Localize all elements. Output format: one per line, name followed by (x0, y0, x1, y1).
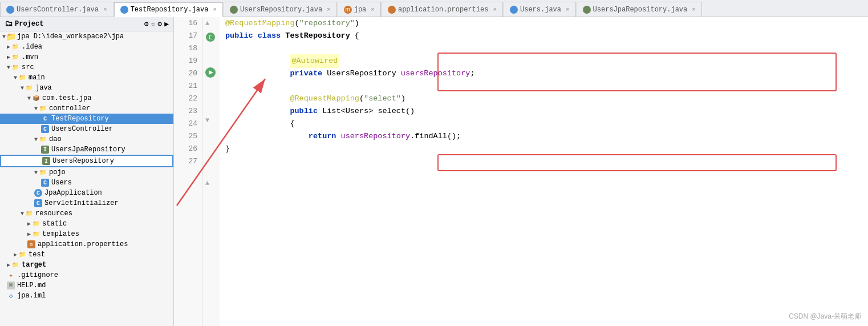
token-16-1: @RequestMapping (225, 17, 295, 30)
servlet-init-label: ServletInitializer (44, 199, 119, 207)
run-icon[interactable]: ▶ (164, 19, 169, 29)
idea-folder-icon: 📁 (11, 43, 19, 51)
tab-label-test-repository: TestRepository.java (131, 6, 209, 14)
code-line-18 (225, 42, 862, 55)
tree-item-static[interactable]: ▶ 📁 static (0, 219, 173, 229)
tab-label-users-jpa: UsersJpaRepository.java (593, 6, 688, 14)
line-num-17: 17 (179, 30, 197, 42)
tab-close-users-controller[interactable]: × (103, 6, 107, 13)
tree-item-java[interactable]: ▼ 📁 java (0, 83, 173, 93)
tree-item-target[interactable]: ▶ 📁 target (0, 260, 173, 270)
arrow-test: ▶ (14, 251, 17, 258)
help-md-label: HELP.md (17, 281, 46, 289)
mvn-label: .mvn (22, 53, 38, 61)
token-23-users: Users (346, 105, 369, 118)
tab-jpa[interactable]: m jpa × (338, 2, 381, 17)
tree-item-users-controller[interactable]: C UsersController (0, 124, 173, 134)
src-label: src (22, 63, 34, 71)
tree-item-help-md[interactable]: M HELP.md (0, 280, 173, 291)
code-line-27 (225, 155, 862, 168)
token-17-4: { (355, 30, 359, 42)
tree-item-src[interactable]: ▼ 📁 src (0, 62, 173, 73)
code-line-16: @RequestMapping("repository") (225, 17, 862, 30)
main-label: main (29, 74, 45, 82)
arrow-dao: ▼ (34, 136, 38, 143)
token-20-var: usersRepository (401, 67, 470, 80)
tab-icon-users (510, 6, 518, 14)
tree-item-jpa-application[interactable]: C JpaApplication (0, 188, 173, 198)
gutter-arrow-icon-20[interactable] (204, 66, 217, 81)
tree-item-templates[interactable]: ▶ 📁 templates (0, 229, 173, 239)
gutter-icon-16[interactable]: ▲ (205, 19, 209, 27)
users-class-icon: C (41, 179, 49, 187)
tab-close-jpa[interactable]: × (371, 6, 375, 13)
tree-item-servlet-init[interactable]: C ServletInitializer (0, 198, 173, 208)
pojo-folder-icon: 📁 (39, 168, 47, 176)
code-line-22: @RequestMapping("select") (225, 92, 862, 105)
tree-item-pojo[interactable]: ▼ 📁 pojo (0, 167, 173, 178)
tree-item-users-jpa-repo[interactable]: I UsersJpaRepository (0, 144, 173, 155)
token-17-2: class (258, 30, 286, 42)
token-20-private: private (290, 67, 327, 80)
tree-item-idea[interactable]: ▶ 📁 .idea (0, 42, 173, 52)
tree-item-main[interactable]: ▼ 📁 main (0, 73, 173, 83)
com-test-jpa-label: com.test.jpa (42, 94, 91, 102)
svg-text:C: C (209, 34, 213, 41)
tree-item-dao[interactable]: ▼ 📁 dao (0, 134, 173, 144)
users-jpa-repo-icon: I (41, 146, 49, 154)
tab-users-repository[interactable]: UsersRepository.java × (224, 2, 337, 17)
code-area: 16 17 18 19 20 21 22 23 24 25 26 27 ▲ (174, 17, 868, 326)
token-20-type: UsersRepository (327, 67, 401, 80)
tab-users[interactable]: Users.java × (504, 2, 576, 17)
servlet-init-icon: C (34, 199, 42, 207)
help-md-icon: M (7, 281, 15, 289)
resources-folder-icon: 📁 (25, 210, 33, 218)
test-folder-icon: 📁 (18, 251, 26, 259)
tab-close-users[interactable]: × (566, 6, 570, 13)
tab-test-repository[interactable]: TestRepository.java × (114, 2, 223, 17)
tree-item-com-test-jpa[interactable]: ▼ 📦 com.test.jpa (0, 93, 173, 103)
code-editor[interactable]: 16 17 18 19 20 21 22 23 24 25 26 27 ▲ (174, 17, 868, 326)
tab-close-app-properties[interactable]: × (493, 6, 497, 13)
mvn-folder-icon: 📁 (11, 53, 19, 61)
gutter-run-icon-17[interactable]: C (205, 32, 216, 45)
tree-item-resources[interactable]: ▼ 📁 resources (0, 208, 173, 219)
tree-item-app-properties[interactable]: ⚙ application.properties (0, 239, 173, 249)
tree-item-mvn[interactable]: ▶ 📁 .mvn (0, 52, 173, 62)
tree-item-controller[interactable]: ▼ 📁 controller (0, 103, 173, 114)
tab-close-test-repository[interactable]: × (213, 6, 217, 13)
token-23-lt: < (341, 105, 346, 118)
tab-users-jpa[interactable]: UsersJpaRepository.java × (577, 2, 702, 17)
users-label: Users (51, 179, 72, 187)
test-repository-class-icon: C (41, 115, 49, 123)
code-line-19: @Autowired (225, 55, 862, 67)
code-line-24: { (225, 118, 862, 130)
tree-item-users[interactable]: C Users (0, 178, 173, 188)
controller-label: controller (49, 104, 90, 112)
line-num-19: 19 (179, 55, 197, 67)
tree-item-users-repository[interactable]: I UsersRepository (0, 155, 173, 167)
tree-item-gitignore[interactable]: ✦ .gitignore (0, 270, 173, 280)
token-22-anno: @RequestMapping (290, 92, 359, 105)
tab-users-controller[interactable]: UsersController.java × (0, 2, 113, 17)
tab-label-jpa: jpa (354, 6, 367, 14)
pin-icon[interactable]: ☆ (151, 19, 156, 29)
tab-app-properties[interactable]: application.properties × (382, 2, 503, 17)
gutter-icon-26a[interactable]: ▲ (205, 179, 209, 187)
users-repository-icon: I (42, 157, 50, 165)
settings-icon[interactable]: ⚙ (144, 19, 149, 29)
tab-close-users-jpa[interactable]: × (692, 6, 696, 13)
gutter-icon-23[interactable]: ▼ (205, 116, 209, 124)
arrow-com-test-jpa: ▼ (27, 95, 31, 102)
config-icon[interactable]: ⚙ (157, 19, 162, 29)
tab-close-users-repository[interactable]: × (327, 6, 331, 13)
gitignore-icon: ✦ (7, 271, 15, 279)
tree-item-jpa-root[interactable]: ▼ 📁 jpa D:\idea_workspace2\jpa (0, 31, 173, 42)
token-23-list: List (322, 105, 340, 118)
tree-item-test[interactable]: ▶ 📁 test (0, 249, 173, 260)
sidebar-icons: ⚙ ☆ ⚙ ▶ (144, 19, 169, 29)
sidebar-title: Project (15, 20, 43, 28)
tree-item-test-repository[interactable]: C TestRepository (0, 114, 173, 124)
pojo-label: pojo (49, 168, 66, 176)
tree-item-jpa-iml[interactable]: ◇ jpa.iml (0, 291, 173, 301)
